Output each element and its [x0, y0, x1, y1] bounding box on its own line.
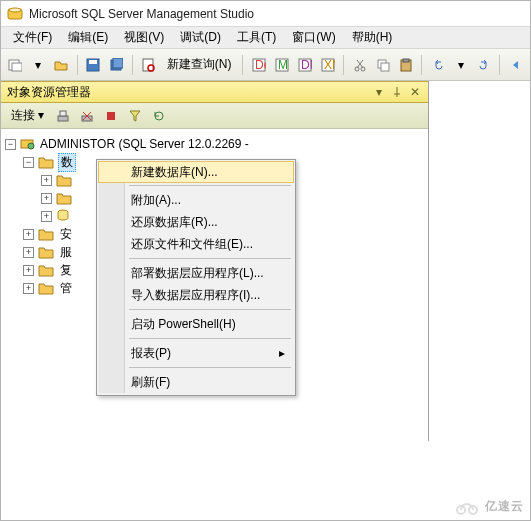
- menu-file[interactable]: 文件(F): [5, 27, 60, 48]
- svg-rect-7: [113, 58, 123, 68]
- undo-button[interactable]: [427, 54, 448, 76]
- stop-button[interactable]: [100, 105, 122, 127]
- new-query-icon[interactable]: [138, 54, 159, 76]
- svg-rect-23: [403, 59, 409, 62]
- expand-icon[interactable]: +: [23, 229, 34, 240]
- server-icon: [20, 136, 36, 153]
- tree-databases-label: 数: [58, 153, 76, 172]
- paste-button[interactable]: [395, 54, 416, 76]
- menu-debug[interactable]: 调试(D): [172, 27, 229, 48]
- object-explorer-title: 对象资源管理器: [7, 84, 91, 101]
- menu-view[interactable]: 视图(V): [116, 27, 172, 48]
- menubar: 文件(F) 编辑(E) 视图(V) 调试(D) 工具(T) 窗口(W) 帮助(H…: [1, 27, 530, 49]
- svg-text:De: De: [255, 58, 266, 72]
- ctx-refresh[interactable]: 刷新(F): [99, 371, 293, 393]
- folder-icon: [38, 227, 54, 241]
- svg-text:XM: XM: [324, 58, 335, 72]
- save-all-button[interactable]: [106, 54, 127, 76]
- new-query-button[interactable]: 新建查询(N): [161, 54, 238, 76]
- svg-rect-27: [107, 112, 115, 120]
- ctx-restore-db[interactable]: 还原数据库(R)...: [99, 211, 293, 233]
- expand-icon[interactable]: +: [23, 247, 34, 258]
- script-xmla-button[interactable]: XM: [317, 54, 338, 76]
- expand-icon[interactable]: +: [41, 193, 52, 204]
- folder-icon: [38, 263, 54, 277]
- object-explorer-titlebar: 对象资源管理器 ▾ ✕: [1, 81, 428, 103]
- menu-tools[interactable]: 工具(T): [229, 27, 284, 48]
- save-button[interactable]: [83, 54, 104, 76]
- tree-node-label: 服: [60, 244, 72, 261]
- svg-rect-25: [60, 111, 66, 116]
- tree-node-label: 复: [60, 262, 72, 279]
- collapse-icon[interactable]: −: [5, 139, 16, 150]
- copy-button[interactable]: [372, 54, 393, 76]
- app-icon: [7, 6, 23, 22]
- new-project-button[interactable]: [5, 54, 26, 76]
- expand-icon[interactable]: +: [23, 283, 34, 294]
- window-titlebar: Microsoft SQL Server Management Studio: [1, 1, 530, 27]
- watermark: 亿速云: [453, 496, 524, 516]
- folder-icon: [38, 245, 54, 259]
- svg-text:MD: MD: [278, 58, 289, 72]
- watermark-text: 亿速云: [485, 498, 524, 515]
- ctx-start-powershell[interactable]: 启动 PowerShell(H): [99, 313, 293, 335]
- filter-button[interactable]: [124, 105, 146, 127]
- refresh-button[interactable]: [148, 105, 170, 127]
- tree-node-label: 管: [60, 280, 72, 297]
- menu-help[interactable]: 帮助(H): [344, 27, 401, 48]
- script-dmx-button[interactable]: DM: [294, 54, 315, 76]
- folder-icon: [38, 281, 54, 295]
- svg-point-29: [28, 143, 34, 149]
- open-button[interactable]: [51, 54, 72, 76]
- collapse-icon[interactable]: −: [23, 157, 34, 168]
- close-icon[interactable]: ✕: [408, 85, 422, 99]
- database-icon: [56, 208, 72, 225]
- tree-server-label: ADMINISTOR (SQL Server 12.0.2269 -: [40, 137, 249, 151]
- ctx-restore-files[interactable]: 还原文件和文件组(E)...: [99, 233, 293, 255]
- svg-rect-24: [58, 116, 68, 121]
- tree-server-node[interactable]: − ADMINISTOR (SQL Server 12.0.2269 -: [5, 135, 424, 153]
- expand-icon[interactable]: +: [23, 265, 34, 276]
- svg-rect-3: [12, 63, 22, 71]
- folder-icon: [56, 191, 72, 205]
- dropdown-button[interactable]: ▾: [372, 85, 386, 99]
- window-title: Microsoft SQL Server Management Studio: [29, 7, 254, 21]
- ctx-deploy-data-tier[interactable]: 部署数据层应用程序(L)...: [99, 262, 293, 284]
- pin-icon[interactable]: [390, 85, 404, 99]
- connect-button[interactable]: 连接 ▾: [5, 105, 50, 126]
- disconnect-button[interactable]: [76, 105, 98, 127]
- object-explorer-toolbar: 连接 ▾: [1, 103, 428, 129]
- expand-icon[interactable]: +: [41, 211, 52, 222]
- menu-edit[interactable]: 编辑(E): [60, 27, 116, 48]
- ctx-import-data-tier[interactable]: 导入数据层应用程序(I)...: [99, 284, 293, 306]
- submenu-arrow-icon: ▸: [279, 346, 285, 360]
- tree-node-label: 安: [60, 226, 72, 243]
- cut-button[interactable]: [349, 54, 370, 76]
- redo-button[interactable]: [473, 54, 494, 76]
- chevron-down-icon[interactable]: ▾: [450, 54, 471, 76]
- folder-icon: [38, 155, 54, 169]
- connect-server-button[interactable]: [52, 105, 74, 127]
- context-menu: 新建数据库(N)... 附加(A)... 还原数据库(R)... 还原文件和文件…: [96, 159, 296, 396]
- svg-rect-26: [82, 116, 92, 121]
- script-de-button[interactable]: De: [248, 54, 269, 76]
- svg-rect-5: [89, 60, 97, 64]
- ctx-reports[interactable]: 报表(P)▸: [99, 342, 293, 364]
- folder-icon: [56, 173, 72, 187]
- script-mdx-button[interactable]: MD: [271, 54, 292, 76]
- main-toolbar: ▾ 新建查询(N) De MD DM XM ▾: [1, 49, 530, 81]
- ctx-attach[interactable]: 附加(A)...: [99, 189, 293, 211]
- svg-point-1: [9, 8, 21, 12]
- chevron-down-icon[interactable]: ▾: [28, 54, 49, 76]
- svg-text:DM: DM: [301, 58, 312, 72]
- svg-rect-21: [381, 63, 389, 71]
- menu-window[interactable]: 窗口(W): [284, 27, 343, 48]
- expand-icon[interactable]: +: [41, 175, 52, 186]
- ctx-new-database[interactable]: 新建数据库(N)...: [98, 161, 294, 183]
- nav-back-button[interactable]: [505, 54, 526, 76]
